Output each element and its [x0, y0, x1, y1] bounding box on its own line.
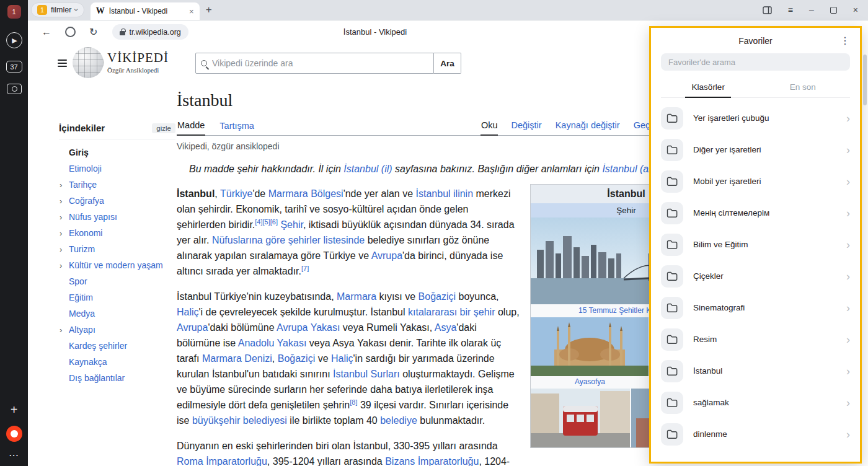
folder-item[interactable]: sağlamak ›	[661, 387, 850, 418]
wiki-link[interactable]: Avrupa Yakası	[277, 322, 340, 333]
toc-item[interactable]: › Kültür ve modern yaşam	[59, 257, 175, 273]
wiki-link[interactable]: belediye	[380, 415, 417, 426]
wiki-link[interactable]: Roma İmparatorluğu	[177, 456, 267, 466]
wiki-search-input[interactable]	[212, 58, 428, 68]
folder-item[interactable]: İstanbul ›	[661, 355, 850, 387]
wiki-link[interactable]: Türkiye	[220, 188, 252, 199]
toc-item[interactable]: Spor	[59, 273, 175, 289]
folder-item[interactable]: Sinematografi ›	[661, 292, 850, 323]
toc-item[interactable]: Etimoloji	[59, 160, 175, 177]
reference-link[interactable]: [5]	[263, 218, 270, 226]
wiki-link[interactable]: İstanbul ilinin	[416, 188, 474, 199]
add-icon[interactable]: +	[11, 403, 18, 416]
chevron-right-icon[interactable]: ›	[60, 260, 62, 272]
active-tab[interactable]: W İstanbul - Vikipedi ×	[91, 2, 200, 20]
wiki-link[interactable]: büyükşehir belediyesi	[192, 415, 287, 426]
chevron-right-icon[interactable]: ›	[60, 324, 62, 336]
tab-group-chip[interactable]: 1	[7, 5, 21, 19]
wiki-link[interactable]: kıtalararası bir şehir	[408, 307, 495, 317]
chevron-right-icon[interactable]: ›	[846, 271, 850, 282]
toc-item[interactable]: Eğitim	[59, 289, 175, 306]
chevron-right-icon[interactable]: ›	[846, 302, 850, 314]
folder-item[interactable]: Resim ›	[661, 323, 850, 355]
folder-item[interactable]: Менің сілтемелерім ›	[661, 197, 850, 229]
chevron-right-icon[interactable]: ›	[60, 244, 62, 256]
close-window-icon[interactable]: ×	[853, 5, 858, 15]
chevron-right-icon[interactable]: ›	[846, 397, 850, 408]
toc-item[interactable]: › Turizm	[59, 241, 175, 257]
video-play-icon[interactable]: ▶	[6, 32, 22, 48]
toc-item[interactable]: › Nüfus yapısı	[59, 209, 175, 225]
wiki-link[interactable]: Avrupa	[177, 322, 208, 333]
wiki-link[interactable]: Asya	[435, 322, 457, 333]
counter-badge[interactable]: 37	[6, 61, 22, 73]
yandex-logo[interactable]	[6, 426, 22, 442]
browser-menu-icon[interactable]: ≡	[788, 5, 793, 15]
toc-item[interactable]: Medya	[59, 306, 175, 322]
wiki-link[interactable]: İstanbul (il)	[343, 164, 392, 174]
chevron-right-icon[interactable]: ›	[60, 227, 62, 240]
toc-item[interactable]: Dış bağlantılar	[59, 370, 175, 386]
wiki-link[interactable]: Haliç	[331, 353, 353, 364]
maximize-icon[interactable]	[830, 7, 837, 14]
reference-link[interactable]: [4]	[255, 218, 262, 226]
reference-link[interactable]: [7]	[301, 265, 309, 272]
wikipedia-logo[interactable]	[73, 47, 104, 78]
wiki-link[interactable]: Anadolu Yakası	[238, 338, 307, 348]
chevron-right-icon[interactable]: ›	[846, 239, 850, 250]
wiki-link[interactable]: Bizans İmparatorluğu	[385, 456, 479, 466]
chevron-right-icon[interactable]: ›	[60, 211, 62, 224]
chevron-right-icon[interactable]: ›	[846, 429, 850, 440]
wiki-link[interactable]: Avrupa	[371, 250, 402, 261]
side-panel-icon[interactable]	[763, 6, 772, 14]
hamburger-menu-icon[interactable]	[58, 59, 67, 69]
wiki-search-button[interactable]: Ara	[434, 53, 461, 74]
wiki-link[interactable]: Marmara	[337, 291, 376, 302]
folder-item[interactable]: Mobil yer işaretleri ›	[661, 165, 850, 197]
chevron-right-icon[interactable]: ›	[846, 113, 850, 124]
tab-en-son[interactable]: En son	[756, 76, 851, 97]
folder-item[interactable]: Çiçekler ›	[661, 260, 850, 292]
scrollbar-thumb[interactable]	[863, 55, 867, 105]
chevron-right-icon[interactable]: ›	[846, 366, 850, 377]
toc-item[interactable]: › Tarihçe	[59, 177, 175, 193]
back-icon[interactable]: ←	[42, 27, 51, 38]
wiki-link[interactable]: Şehir	[280, 219, 303, 230]
wiki-link[interactable]: Marmara Bölgesi	[268, 188, 343, 199]
new-tab-button[interactable]: +	[206, 4, 212, 16]
wiki-link[interactable]: Haliç	[177, 307, 199, 317]
wiki-link[interactable]: Marmara Denizi	[202, 353, 272, 364]
chevron-right-icon[interactable]: ›	[60, 195, 62, 208]
infobox-caption-ayasofya[interactable]: Ayasofya	[531, 377, 649, 386]
wikipedia-wordmark[interactable]: VİKİPEDİ Özgür Ansiklopedi	[107, 50, 169, 74]
more-menu-icon[interactable]: ⋯	[9, 449, 19, 461]
tab-madde[interactable]: Madde	[177, 116, 205, 136]
chevron-right-icon[interactable]: ›	[846, 334, 850, 345]
screenshot-camera-icon[interactable]	[7, 84, 22, 94]
reference-link[interactable]: [6]	[270, 218, 278, 226]
toc-item[interactable]: Kardeş şehirler	[59, 338, 175, 354]
toc-item[interactable]: Giriş	[59, 144, 175, 160]
kebab-menu-icon[interactable]: ⋮	[840, 35, 850, 46]
wiki-search-box[interactable]	[195, 53, 434, 74]
chevron-right-icon[interactable]: ›	[846, 208, 850, 219]
toc-item[interactable]: › Ekonomi	[59, 225, 175, 241]
tab-degistir[interactable]: Değiştir	[510, 116, 542, 135]
wiki-link[interactable]: Boğaziçi	[418, 291, 456, 302]
toc-item[interactable]: Kaynakça	[59, 354, 175, 370]
tab-group-pill[interactable]: 1 filmler ›	[31, 2, 84, 17]
chevron-right-icon[interactable]: ›	[846, 144, 850, 156]
minimize-icon[interactable]: –	[809, 5, 814, 15]
scrollbar[interactable]	[863, 29, 867, 461]
folder-item[interactable]: dinlenme ›	[661, 418, 850, 450]
yandex-search-icon[interactable]	[65, 27, 76, 37]
tab-kaynagi-degistir[interactable]: Kaynağı değiştir	[555, 116, 621, 135]
tab-oku[interactable]: Oku	[480, 116, 498, 136]
toc-item[interactable]: › Coğrafya	[59, 193, 175, 209]
address-bar[interactable]: tr.wikipedia.org	[112, 24, 188, 40]
refresh-icon[interactable]: ↻	[89, 26, 97, 38]
folder-item[interactable]: Diğer yer işaretleri ›	[661, 134, 850, 165]
wiki-link[interactable]: İstanbul Surları	[333, 369, 400, 379]
tab-tartisma[interactable]: Tartışma	[219, 117, 255, 135]
chevron-right-icon[interactable]: ›	[60, 179, 62, 191]
